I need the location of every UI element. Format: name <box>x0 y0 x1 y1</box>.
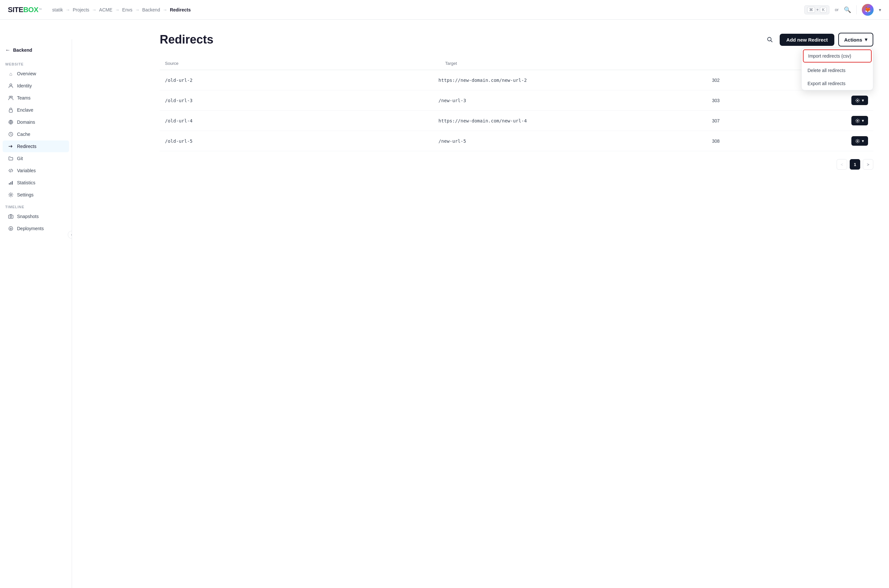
dropdown-item-import-csv[interactable]: Import redirects (csv) <box>803 50 872 63</box>
teams-icon <box>8 95 14 101</box>
actions-button[interactable]: Actions ▾ <box>838 33 873 46</box>
next-page-button[interactable]: > <box>863 159 873 170</box>
breadcrumb-envs[interactable]: Envs <box>122 7 132 12</box>
table-row: /old-url-3 /new-url-3 303 ▾ <box>160 90 873 111</box>
back-link[interactable]: ← Backend <box>0 45 72 56</box>
nav-right: ⌘ + K or 🔍 🦊 ▾ <box>804 4 881 16</box>
breadcrumb: statik → Projects → ACME → Envs → Backen… <box>52 7 191 12</box>
row-chevron-icon: ▾ <box>862 98 864 103</box>
dropdown-item-delete-all[interactable]: Delete all redirects <box>802 64 873 77</box>
top-nav: SITE BOX ™ statik → Projects → ACME → En… <box>0 0 889 20</box>
svg-point-14 <box>857 100 858 101</box>
page-header: Redirects Add new Redirect Actions ▾ Imp… <box>160 33 873 46</box>
row-settings-button[interactable]: ▾ <box>852 136 868 146</box>
delete-all-label: Delete all redirects <box>808 68 846 73</box>
breadcrumb-arrow-4: → <box>135 7 139 12</box>
breadcrumb-statik[interactable]: statik <box>52 7 63 12</box>
sidebar-item-redirects[interactable]: Redirects <box>3 141 69 152</box>
search-icon[interactable]: 🔍 <box>844 6 851 14</box>
section-label-timeline: TIMELINE <box>0 201 72 210</box>
code-cell: 308 <box>712 138 846 144</box>
dropdown-item-export-all[interactable]: Export all redirects <box>802 77 873 90</box>
svg-rect-6 <box>10 182 12 184</box>
svg-rect-7 <box>12 181 13 184</box>
chevron-down-icon[interactable]: ▾ <box>879 7 881 12</box>
target-cell: /new-url-5 <box>439 138 707 144</box>
svg-rect-5 <box>9 183 10 184</box>
row-settings-button[interactable]: ▾ <box>852 96 868 105</box>
nav-or: or <box>835 7 839 12</box>
sidebar-item-teams[interactable]: Teams <box>3 92 69 104</box>
lock-icon <box>8 107 14 113</box>
source-cell: /old-url-5 <box>165 138 433 144</box>
sidebar-item-label-overview: Overview <box>17 71 36 76</box>
sidebar-collapse-button[interactable]: ‹ <box>68 231 72 238</box>
kbd-cmd: ⌘ <box>807 7 815 13</box>
kbd-plus: + <box>816 7 819 12</box>
sidebar-item-variables[interactable]: Variables <box>3 165 69 177</box>
search-button[interactable] <box>764 34 776 45</box>
table-row: /old-url-5 /new-url-5 308 ▾ <box>160 131 873 151</box>
cache-icon <box>8 131 14 137</box>
kbd-k: K <box>820 7 826 13</box>
row-action-cell: ▾ <box>852 136 868 146</box>
svg-point-12 <box>768 38 771 41</box>
sidebar-item-label-domains: Domains <box>17 120 35 125</box>
row-settings-button[interactable]: ▾ <box>852 116 868 125</box>
logo-box: BOX <box>23 6 38 14</box>
sidebar: ← Backend WEBSITE ⌂ Overview Identity Te… <box>0 39 72 588</box>
row-action-cell: ▾ <box>852 116 868 125</box>
sidebar-item-label-enclave: Enclave <box>17 107 33 112</box>
sidebar-item-identity[interactable]: Identity <box>3 80 69 92</box>
logo-tm: ™ <box>39 8 42 12</box>
actions-chevron-icon: ▾ <box>865 37 867 42</box>
sidebar-item-enclave[interactable]: Enclave <box>3 104 69 116</box>
breadcrumb-arrow-3: → <box>115 7 120 12</box>
redirects-icon <box>8 143 14 149</box>
row-action-cell: ▾ <box>852 96 868 105</box>
pagination: < 1 > <box>160 159 873 170</box>
breadcrumb-backend[interactable]: Backend <box>142 7 160 12</box>
table-header: Source Target <box>160 57 873 70</box>
page-1-button[interactable]: 1 <box>850 159 860 170</box>
svg-point-16 <box>857 141 858 142</box>
sidebar-item-snapshots[interactable]: Snapshots <box>3 210 69 222</box>
table-row: /old-url-4 https://new-domain.com/new-ur… <box>160 111 873 131</box>
keyboard-shortcut: ⌘ + K <box>804 5 830 14</box>
sidebar-item-overview[interactable]: ⌂ Overview <box>3 68 69 80</box>
sidebar-item-cache[interactable]: Cache <box>3 128 69 140</box>
redirects-table: Source Target /old-url-2 https://new-dom… <box>160 57 873 151</box>
breadcrumb-acme[interactable]: ACME <box>99 7 112 12</box>
svg-point-8 <box>10 194 12 196</box>
svg-rect-3 <box>9 110 12 112</box>
home-icon: ⌂ <box>8 71 14 76</box>
sidebar-item-label-statistics: Statistics <box>17 180 35 185</box>
folder-icon <box>8 156 14 161</box>
avatar[interactable]: 🦊 <box>862 4 874 16</box>
breadcrumb-current: Redirects <box>170 7 191 12</box>
code-icon <box>8 168 14 174</box>
camera-icon <box>8 213 14 219</box>
sidebar-item-settings[interactable]: Settings <box>3 189 69 201</box>
actions-container: Actions ▾ Import redirects (csv) Delete … <box>838 33 873 46</box>
back-arrow-icon: ← <box>5 47 10 53</box>
sidebar-item-label-snapshots: Snapshots <box>17 214 39 219</box>
prev-page-button[interactable]: < <box>837 159 847 170</box>
sidebar-item-git[interactable]: Git <box>3 153 69 164</box>
nav-divider <box>856 5 857 14</box>
sidebar-item-domains[interactable]: Domains <box>3 116 69 128</box>
svg-point-0 <box>10 84 12 86</box>
source-cell: /old-url-3 <box>165 98 433 103</box>
section-label-website: WEBSITE <box>0 58 72 68</box>
sidebar-item-label-settings: Settings <box>17 192 34 197</box>
sidebar-item-label-git: Git <box>17 156 23 161</box>
add-redirect-button[interactable]: Add new Redirect <box>780 34 834 46</box>
target-cell: /new-url-3 <box>439 98 707 103</box>
sidebar-item-statistics[interactable]: Statistics <box>3 177 69 189</box>
logo[interactable]: SITE BOX ™ <box>8 6 42 14</box>
sidebar-item-label-identity: Identity <box>17 83 32 88</box>
user-icon <box>8 83 14 89</box>
col-source: Source <box>165 61 440 66</box>
sidebar-item-deployments[interactable]: Deployments <box>3 223 69 234</box>
breadcrumb-projects[interactable]: Projects <box>73 7 89 12</box>
